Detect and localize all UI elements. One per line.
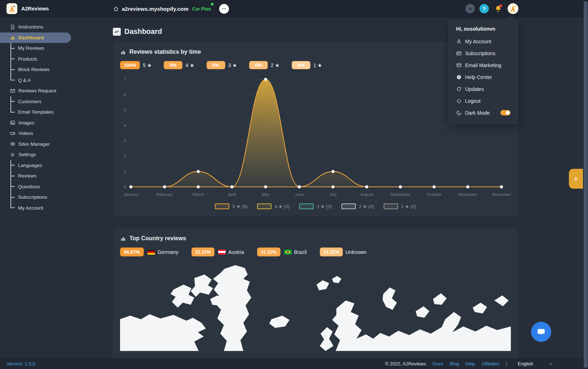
sidebar-item-email-templates[interactable]: Email Templates [0, 107, 71, 118]
footer-link-docs[interactable]: Docs [433, 361, 443, 366]
footer-link-help[interactable]: Help [465, 361, 475, 366]
country-item-brazil: 11.11%Brazil [257, 247, 307, 256]
legend-item[interactable]: 2 ★ (0) [341, 203, 374, 209]
sidebar-item-label: Subscriptions [18, 194, 47, 200]
menu-item-help-center[interactable]: ?Help Center [456, 71, 510, 83]
credit-card-icon [456, 50, 462, 56]
sidebar-item-my-account[interactable]: My Account [0, 203, 71, 214]
legend-item[interactable]: 5 ★ (9) [215, 203, 248, 209]
legend-item[interactable]: 3 ★ (0) [299, 203, 332, 209]
add-widget-tab[interactable]: + [569, 169, 583, 189]
menu-item-label: Subscriptions [465, 50, 495, 56]
sidebar-item-subscriptions[interactable]: Subscriptions [0, 192, 71, 203]
menu-item-label: Dark Mode [465, 110, 490, 116]
svg-text:July: July [330, 192, 337, 197]
footer-link-blog[interactable]: Blog [450, 361, 459, 366]
rating-percent-badge: 0% [249, 61, 268, 69]
video-icon [10, 131, 16, 136]
country-percent-badge: 11.11% [320, 247, 343, 256]
country-item-germany: 66.67%Germany [120, 247, 178, 256]
dark-mode-toggle[interactable] [500, 110, 510, 115]
footer-link-affiliates[interactable]: Affiliates [482, 361, 499, 366]
menu-item-subscriptions[interactable]: Subscriptions [456, 47, 510, 59]
chart-line-icon [113, 28, 121, 36]
sidebar-item-videos[interactable]: Videos [0, 128, 71, 139]
country-name: Unknown [345, 249, 366, 255]
world-map[interactable] [120, 264, 511, 351]
user-avatar[interactable] [508, 3, 518, 14]
sidebar-item-block-reviews[interactable]: Block Reviews [0, 64, 71, 75]
envelope-icon [10, 88, 16, 94]
favorite-button[interactable] [465, 4, 475, 13]
chat-button[interactable] [531, 322, 551, 342]
svg-text:?: ? [458, 75, 460, 79]
sidebar-item-images[interactable]: Images [0, 118, 71, 128]
plan-badge[interactable]: Car Plan [192, 5, 211, 12]
menu-item-my-account[interactable]: My Account [456, 35, 510, 47]
svg-text:June: June [295, 192, 304, 197]
rating-badge-label: 3 ★ [228, 62, 237, 68]
user-greeting: Hi, ossolutionvn [456, 26, 510, 32]
sidebar-item-settings[interactable]: Settings [0, 149, 71, 160]
sidebar-item-instructions[interactable]: Instructions [0, 22, 71, 32]
menu-item-email-marketing[interactable]: Email Marketing [456, 59, 510, 71]
austria-flag-icon [218, 250, 226, 255]
chat-bubble-icon [536, 327, 546, 337]
page-title: Dashboard [124, 27, 162, 36]
scrollbar-thumb[interactable] [584, 1, 588, 368]
country-badges-row: 66.67%Germany11.11%Austria11.11%Brazil11… [120, 247, 511, 256]
sidebar-item-q-a[interactable]: Q & A [0, 75, 71, 86]
germany-flag-icon [147, 250, 155, 255]
sidebar-item-reviews[interactable]: Reviews [0, 171, 71, 181]
sidebar-item-sites-manager[interactable]: Sites Manager [0, 139, 71, 150]
menu-item-dark-mode[interactable]: Dark Mode [456, 107, 510, 119]
language-selector[interactable]: English [518, 361, 554, 366]
legend-item[interactable]: 4 ★ (0) [257, 203, 290, 209]
rating-percent-badge: 0% [164, 61, 182, 69]
country-card-title: Top Country reviews [129, 235, 186, 242]
help-button[interactable]: ? [479, 4, 489, 13]
menu-item-logout[interactable]: Logout [456, 95, 510, 107]
svg-text:December: December [492, 192, 511, 197]
shop-area: a2reviews.myshopify.com Car Plan [71, 4, 229, 14]
sites-icon [10, 141, 16, 147]
country-percent-badge: 11.11% [257, 247, 280, 256]
country-percent-badge: 66.67% [120, 247, 144, 256]
stats-card-title: Reviews statistics by time [129, 49, 201, 55]
sidebar-item-reviews-request[interactable]: Reviews Request [0, 85, 71, 96]
svg-text:1: 1 [124, 169, 126, 173]
language-label: English [518, 361, 533, 366]
more-button[interactable] [219, 4, 229, 14]
page-scrollbar[interactable] [583, 0, 588, 369]
user-menu-items: My AccountSubscriptionsEmail Marketing?H… [456, 35, 510, 119]
rating-percent-badge: 0% [207, 61, 225, 69]
sidebar-item-dashboard[interactable]: Dashboard [0, 32, 71, 43]
legend-label: 2 ★ (0) [359, 204, 374, 209]
sidebar-item-questions[interactable]: Questions [0, 181, 71, 192]
sidebar-item-label: Dashboard [18, 35, 44, 40]
sidebar-item-my-reviews[interactable]: My Reviews [0, 43, 71, 54]
plan-status-dot [211, 3, 213, 5]
legend-swatch [341, 203, 356, 209]
notifications-button[interactable] [494, 4, 503, 13]
sidebar-item-label: Sites Manager [18, 141, 50, 147]
legend-item[interactable]: 1 ★ (0) [384, 203, 416, 209]
sidebar-item-label: Settings [18, 152, 36, 157]
help-icon: ? [456, 74, 462, 80]
legend-label: 5 ★ (9) [233, 204, 248, 209]
svg-text:September: September [390, 192, 411, 197]
toggle-knob [506, 111, 510, 115]
copyright-text: © 2022, A2Reviews [385, 361, 426, 366]
version-link[interactable]: Version: 1.5.0 [6, 361, 35, 366]
menu-item-label: Logout [465, 98, 481, 104]
country-percent-badge: 11.11% [191, 247, 215, 256]
svg-text:February: February [156, 192, 173, 197]
sidebar-item-products[interactable]: Products [0, 54, 71, 65]
refresh-icon [456, 86, 462, 92]
sidebar-item-languages[interactable]: Languages [0, 160, 71, 171]
svg-text:August: August [360, 192, 373, 197]
brazil-flag-icon [284, 250, 292, 255]
legend-label: 3 ★ (0) [317, 204, 332, 209]
menu-item-updates[interactable]: Updates [456, 83, 510, 95]
sidebar-item-customers[interactable]: Customers [0, 96, 71, 107]
